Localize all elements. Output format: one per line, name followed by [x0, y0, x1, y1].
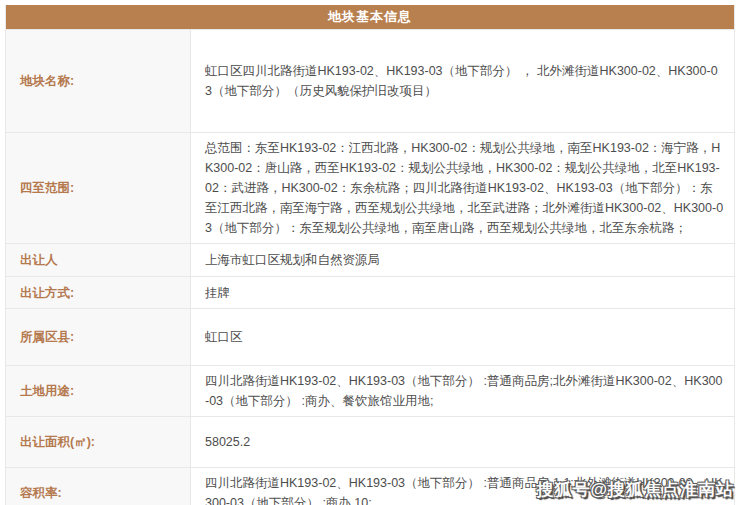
table-title: 地块基本信息: [6, 5, 734, 29]
row-label: 四至范围:: [6, 133, 191, 243]
row-label: 所属区县:: [6, 309, 191, 365]
row-value: 四川北路街道HK193-02、HK193-03（地下部分） :普通商品房;北外滩…: [191, 366, 734, 416]
row-value: 虹口区四川北路街道HK193-02、HK193-03（地下部分） ， 北外滩街道…: [191, 30, 734, 132]
page: 地块基本信息 地块名称: 虹口区四川北路街道HK193-02、HK193-03（…: [0, 0, 740, 505]
table-row: 出让面积(㎡): 58025.2: [6, 416, 734, 467]
table-row: 土地用途: 四川北路街道HK193-02、HK193-03（地下部分） :普通商…: [6, 365, 734, 416]
table-row: 出让人 上海市虹口区规划和自然资源局: [6, 243, 734, 276]
table-row: 地块名称: 虹口区四川北路街道HK193-02、HK193-03（地下部分） ，…: [6, 29, 734, 132]
row-value: 上海市虹口区规划和自然资源局: [191, 244, 734, 276]
table-row: 所属区县: 虹口区: [6, 308, 734, 365]
row-label: 出让人: [6, 244, 191, 276]
table-row: 出让方式: 挂牌: [6, 276, 734, 308]
row-value: 总范围：东至HK193-02：江西北路，HK300-02：规划公共绿地，南至HK…: [191, 133, 734, 243]
table-row: 四至范围: 总范围：东至HK193-02：江西北路，HK300-02：规划公共绿…: [6, 132, 734, 243]
row-label: 地块名称:: [6, 30, 191, 132]
row-value: 虹口区: [191, 309, 734, 365]
row-label: 土地用途:: [6, 366, 191, 416]
row-label: 出让方式:: [6, 277, 191, 308]
row-label: 出让面积(㎡):: [6, 417, 191, 467]
watermark: 搜狐号@搜狐焦点淮南站: [536, 478, 734, 501]
row-value: 58025.2: [191, 417, 734, 467]
row-label: 容积率:: [6, 468, 191, 505]
land-info-table: 地块基本信息 地块名称: 虹口区四川北路街道HK193-02、HK193-03（…: [5, 5, 735, 505]
row-value: 挂牌: [191, 277, 734, 308]
